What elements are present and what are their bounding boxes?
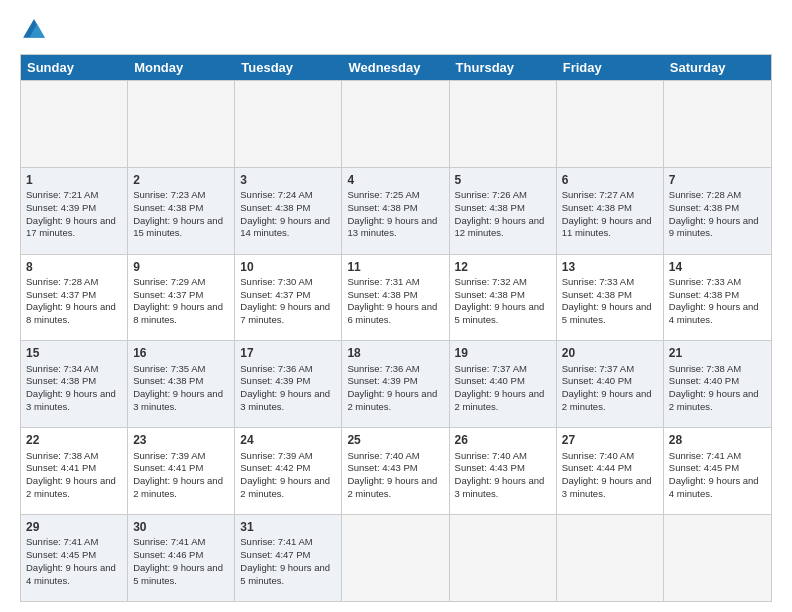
daylight: Daylight: 9 hours and 12 minutes. — [455, 215, 545, 239]
day-cell-19: 19Sunrise: 7:37 AMSunset: 4:40 PMDayligh… — [450, 341, 557, 427]
day-cell-7: 7Sunrise: 7:28 AMSunset: 4:38 PMDaylight… — [664, 168, 771, 254]
empty-cell — [450, 515, 557, 601]
sunset: Sunset: 4:41 PM — [133, 462, 203, 473]
day-number: 31 — [240, 519, 336, 535]
sunrise: Sunrise: 7:27 AM — [562, 189, 634, 200]
week-row-3: 8Sunrise: 7:28 AMSunset: 4:37 PMDaylight… — [21, 254, 771, 341]
day-number: 6 — [562, 172, 658, 188]
sunrise: Sunrise: 7:41 AM — [240, 536, 312, 547]
daylight: Daylight: 9 hours and 2 minutes. — [562, 388, 652, 412]
day-number: 21 — [669, 345, 766, 361]
day-cell-26: 26Sunrise: 7:40 AMSunset: 4:43 PMDayligh… — [450, 428, 557, 514]
day-number: 28 — [669, 432, 766, 448]
week-row-5: 22Sunrise: 7:38 AMSunset: 4:41 PMDayligh… — [21, 427, 771, 514]
day-cell-6: 6Sunrise: 7:27 AMSunset: 4:38 PMDaylight… — [557, 168, 664, 254]
sunset: Sunset: 4:37 PM — [26, 289, 96, 300]
empty-cell — [557, 81, 664, 167]
daylight: Daylight: 9 hours and 4 minutes. — [669, 301, 759, 325]
daylight: Daylight: 9 hours and 2 minutes. — [240, 475, 330, 499]
sunset: Sunset: 4:38 PM — [26, 375, 96, 386]
sunset: Sunset: 4:38 PM — [562, 202, 632, 213]
daylight: Daylight: 9 hours and 11 minutes. — [562, 215, 652, 239]
sunrise: Sunrise: 7:25 AM — [347, 189, 419, 200]
day-cell-5: 5Sunrise: 7:26 AMSunset: 4:38 PMDaylight… — [450, 168, 557, 254]
daylight: Daylight: 9 hours and 8 minutes. — [26, 301, 116, 325]
empty-cell — [128, 81, 235, 167]
empty-cell — [664, 515, 771, 601]
day-number: 18 — [347, 345, 443, 361]
sunset: Sunset: 4:38 PM — [562, 289, 632, 300]
day-number: 2 — [133, 172, 229, 188]
sunset: Sunset: 4:37 PM — [133, 289, 203, 300]
week-row-6: 29Sunrise: 7:41 AMSunset: 4:45 PMDayligh… — [21, 514, 771, 601]
sunrise: Sunrise: 7:41 AM — [133, 536, 205, 547]
sunrise: Sunrise: 7:33 AM — [669, 276, 741, 287]
sunrise: Sunrise: 7:35 AM — [133, 363, 205, 374]
day-cell-12: 12Sunrise: 7:32 AMSunset: 4:38 PMDayligh… — [450, 255, 557, 341]
sunrise: Sunrise: 7:37 AM — [562, 363, 634, 374]
day-cell-2: 2Sunrise: 7:23 AMSunset: 4:38 PMDaylight… — [128, 168, 235, 254]
day-number: 5 — [455, 172, 551, 188]
sunrise: Sunrise: 7:29 AM — [133, 276, 205, 287]
sunset: Sunset: 4:39 PM — [26, 202, 96, 213]
day-number: 7 — [669, 172, 766, 188]
day-cell-11: 11Sunrise: 7:31 AMSunset: 4:38 PMDayligh… — [342, 255, 449, 341]
sunset: Sunset: 4:38 PM — [347, 289, 417, 300]
sunset: Sunset: 4:43 PM — [347, 462, 417, 473]
day-cell-10: 10Sunrise: 7:30 AMSunset: 4:37 PMDayligh… — [235, 255, 342, 341]
sunrise: Sunrise: 7:40 AM — [347, 450, 419, 461]
day-header-wednesday: Wednesday — [342, 55, 449, 80]
daylight: Daylight: 9 hours and 5 minutes. — [562, 301, 652, 325]
daylight: Daylight: 9 hours and 4 minutes. — [669, 475, 759, 499]
sunset: Sunset: 4:45 PM — [669, 462, 739, 473]
sunrise: Sunrise: 7:36 AM — [347, 363, 419, 374]
day-number: 29 — [26, 519, 122, 535]
day-number: 27 — [562, 432, 658, 448]
sunrise: Sunrise: 7:40 AM — [455, 450, 527, 461]
daylight: Daylight: 9 hours and 3 minutes. — [240, 388, 330, 412]
sunrise: Sunrise: 7:39 AM — [240, 450, 312, 461]
sunset: Sunset: 4:38 PM — [133, 375, 203, 386]
sunset: Sunset: 4:38 PM — [133, 202, 203, 213]
day-number: 20 — [562, 345, 658, 361]
day-number: 3 — [240, 172, 336, 188]
daylight: Daylight: 9 hours and 5 minutes. — [240, 562, 330, 586]
sunset: Sunset: 4:45 PM — [26, 549, 96, 560]
sunrise: Sunrise: 7:24 AM — [240, 189, 312, 200]
day-number: 19 — [455, 345, 551, 361]
sunset: Sunset: 4:39 PM — [347, 375, 417, 386]
day-cell-30: 30Sunrise: 7:41 AMSunset: 4:46 PMDayligh… — [128, 515, 235, 601]
sunrise: Sunrise: 7:36 AM — [240, 363, 312, 374]
daylight: Daylight: 9 hours and 9 minutes. — [669, 215, 759, 239]
day-number: 15 — [26, 345, 122, 361]
week-row-1 — [21, 80, 771, 167]
sunset: Sunset: 4:44 PM — [562, 462, 632, 473]
daylight: Daylight: 9 hours and 17 minutes. — [26, 215, 116, 239]
empty-cell — [557, 515, 664, 601]
day-number: 22 — [26, 432, 122, 448]
day-header-tuesday: Tuesday — [235, 55, 342, 80]
sunrise: Sunrise: 7:33 AM — [562, 276, 634, 287]
sunrise: Sunrise: 7:30 AM — [240, 276, 312, 287]
empty-cell — [450, 81, 557, 167]
daylight: Daylight: 9 hours and 2 minutes. — [133, 475, 223, 499]
day-cell-3: 3Sunrise: 7:24 AMSunset: 4:38 PMDaylight… — [235, 168, 342, 254]
sunset: Sunset: 4:38 PM — [455, 289, 525, 300]
day-cell-31: 31Sunrise: 7:41 AMSunset: 4:47 PMDayligh… — [235, 515, 342, 601]
day-cell-20: 20Sunrise: 7:37 AMSunset: 4:40 PMDayligh… — [557, 341, 664, 427]
daylight: Daylight: 9 hours and 4 minutes. — [26, 562, 116, 586]
sunrise: Sunrise: 7:38 AM — [669, 363, 741, 374]
day-number: 12 — [455, 259, 551, 275]
day-cell-8: 8Sunrise: 7:28 AMSunset: 4:37 PMDaylight… — [21, 255, 128, 341]
day-number: 1 — [26, 172, 122, 188]
daylight: Daylight: 9 hours and 2 minutes. — [347, 388, 437, 412]
daylight: Daylight: 9 hours and 14 minutes. — [240, 215, 330, 239]
empty-cell — [21, 81, 128, 167]
day-number: 24 — [240, 432, 336, 448]
daylight: Daylight: 9 hours and 5 minutes. — [455, 301, 545, 325]
sunrise: Sunrise: 7:40 AM — [562, 450, 634, 461]
sunset: Sunset: 4:38 PM — [669, 202, 739, 213]
empty-cell — [235, 81, 342, 167]
header — [20, 16, 772, 44]
sunset: Sunset: 4:37 PM — [240, 289, 310, 300]
